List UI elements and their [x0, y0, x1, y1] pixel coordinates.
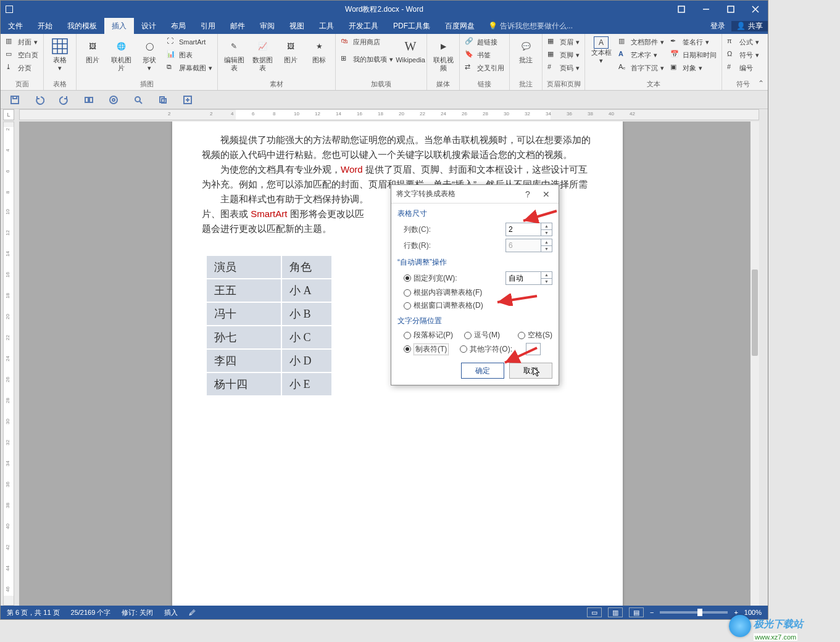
share-button[interactable]: 👤 共享	[731, 21, 768, 31]
login-button[interactable]: 登录	[704, 21, 731, 31]
symbol-button[interactable]: Ω符号 ▾	[726, 49, 760, 60]
table-cell[interactable]: 李四	[207, 350, 281, 372]
tab-layout[interactable]: 布局	[164, 18, 193, 34]
zoom-slider[interactable]	[660, 611, 728, 614]
qat-icon-4[interactable]	[157, 94, 168, 105]
radio-fit-window[interactable]: 根据窗口调整表格(D)	[404, 300, 483, 311]
table-cell[interactable]: 角色	[282, 256, 331, 278]
footer-button[interactable]: ▦页脚 ▾	[546, 49, 581, 60]
equation-button[interactable]: π公式 ▾	[726, 36, 760, 47]
quick-parts-button[interactable]: ▥文档部件 ▾	[617, 36, 665, 47]
tab-mytemplate[interactable]: 我的模板	[60, 18, 104, 34]
date-time-button[interactable]: 📅日期和时间	[669, 49, 718, 60]
redo-icon[interactable]	[59, 94, 70, 105]
icons-button[interactable]: ★图标	[307, 36, 331, 64]
table-cell[interactable]: 冯十	[207, 303, 281, 325]
tell-me-search[interactable]: 💡 告诉我您想要做什么...	[482, 18, 579, 34]
qat-icon-5[interactable]	[182, 94, 193, 105]
paragraph-1[interactable]: 视频提供了功能强大的方法帮助您证明您的观点。当您单击联机视频时，可以在想要添加的…	[202, 133, 593, 162]
columns-up[interactable]: ▲	[541, 223, 552, 230]
view-printlayout-icon[interactable]: ▥	[608, 607, 623, 617]
tab-home[interactable]: 开始	[30, 18, 60, 34]
comment-button[interactable]: 💬批注	[514, 36, 538, 64]
drop-cap-button[interactable]: Aₑ首字下沉 ▾	[617, 62, 665, 73]
dialog-help-button[interactable]: ?	[520, 188, 535, 200]
header-button[interactable]: ▦页眉 ▾	[546, 36, 581, 47]
online-pictures-button[interactable]: 🌐联机图片	[109, 36, 133, 72]
table-button[interactable]: 表格▾	[48, 36, 72, 72]
tab-insert[interactable]: 插入	[104, 18, 134, 34]
blank-page-button[interactable]: ▭空白页	[4, 49, 40, 60]
fixed-width-input[interactable]	[506, 272, 541, 284]
qat-icon-2[interactable]	[108, 94, 119, 105]
radio-sep-other[interactable]: 其他字符(O):	[460, 343, 512, 355]
horizontal-ruler[interactable]: 224681012141618202224262830323436384042	[19, 109, 759, 120]
fixed-width-spinner[interactable]: ▲▼	[505, 271, 552, 285]
number-button[interactable]: #编号	[726, 62, 760, 73]
page-break-button[interactable]: ⤓分页	[4, 62, 40, 73]
chart-button[interactable]: 📊图表	[165, 49, 214, 60]
status-mode[interactable]: 插入	[164, 608, 178, 617]
cover-page-button[interactable]: ▥封面 ▾	[4, 36, 40, 47]
store-button[interactable]: 🛍应用商店	[339, 36, 394, 47]
dialog-titlebar[interactable]: 将文字转换成表格 ? ✕	[391, 185, 559, 204]
zoom-minus[interactable]: −	[650, 609, 654, 616]
radio-sep-comma[interactable]: 逗号(M)	[464, 330, 500, 340]
qat-icon-3[interactable]	[133, 94, 144, 105]
save-icon[interactable]	[9, 94, 20, 105]
hyperlink-button[interactable]: 🔗超链接	[464, 36, 505, 47]
online-video-button[interactable]: ▶联机视频	[431, 36, 455, 72]
data-chart-button[interactable]: 📈数据图表	[250, 36, 275, 72]
collapse-ribbon-icon[interactable]: ⌃	[758, 79, 764, 88]
my-addins-button[interactable]: ⊞我的加载项 ▾	[339, 54, 394, 65]
scrollbar-thumb[interactable]	[752, 270, 758, 356]
radio-fit-content[interactable]: 根据内容调整表格(F)	[404, 287, 482, 298]
radio-sep-tab[interactable]: 制表符(T)	[404, 343, 449, 355]
dialog-close-button[interactable]: ✕	[539, 188, 554, 200]
table-cell[interactable]: 杨十四	[207, 373, 281, 395]
tab-mailings[interactable]: 邮件	[223, 18, 252, 34]
object-button[interactable]: ▣对象 ▾	[669, 62, 718, 73]
radio-fixed-width[interactable]: 固定列宽(W):	[404, 273, 457, 284]
zoom-plus[interactable]: +	[734, 609, 738, 616]
text-box-button[interactable]: A文本框▾	[589, 36, 613, 65]
table-cell[interactable]: 小 C	[282, 326, 331, 348]
view-readmode-icon[interactable]: ▭	[587, 607, 602, 617]
tab-baidu[interactable]: 百度网盘	[438, 18, 482, 34]
shapes-button[interactable]: ◯形状▾	[137, 36, 162, 72]
table-cell[interactable]: 小 E	[282, 373, 331, 395]
cross-ref-button[interactable]: ⇄交叉引用	[464, 62, 505, 73]
table-cell[interactable]: 演员	[207, 256, 281, 278]
tab-tools[interactable]: 工具	[312, 18, 341, 34]
tab-developer[interactable]: 开发工具	[341, 18, 386, 34]
vertical-ruler[interactable]: 2468101214161820222426283032343638404244…	[3, 121, 14, 606]
page-number-button[interactable]: #页码 ▾	[546, 62, 581, 73]
view-weblayout-icon[interactable]: ▤	[629, 607, 644, 617]
status-extra-icon[interactable]: 🖉	[189, 609, 196, 616]
table-cell[interactable]: 小 D	[282, 350, 331, 372]
tab-view[interactable]: 视图	[282, 18, 312, 34]
tab-design[interactable]: 设计	[134, 18, 164, 34]
radio-sep-space[interactable]: 空格(S)	[518, 330, 552, 340]
undo-icon[interactable]	[34, 94, 45, 105]
maximize-button[interactable]	[718, 1, 743, 18]
edit-chart-button[interactable]: ✎编辑图表	[222, 36, 246, 72]
vertical-scrollbar[interactable]	[751, 121, 759, 606]
sep-other-input[interactable]	[526, 343, 541, 355]
status-words[interactable]: 25/2169 个字	[71, 608, 111, 617]
tab-pdf[interactable]: PDF工具集	[386, 18, 438, 34]
table-cell[interactable]: 孙七	[207, 326, 281, 348]
table-cell[interactable]: 小 A	[282, 279, 331, 302]
screenshot-button[interactable]: ⧉屏幕截图 ▾	[165, 62, 214, 73]
tab-review[interactable]: 审阅	[252, 18, 282, 34]
table-cell[interactable]: 王五	[207, 279, 281, 302]
columns-input[interactable]	[506, 223, 541, 236]
ok-button[interactable]: 确定	[461, 363, 504, 379]
columns-down[interactable]: ▼	[541, 230, 552, 236]
minimize-button[interactable]	[694, 1, 718, 18]
tab-file[interactable]: 文件	[1, 18, 30, 34]
cancel-button[interactable]: 取消	[509, 363, 552, 379]
tab-references[interactable]: 引用	[193, 18, 223, 34]
smartart-button[interactable]: ⛶SmartArt	[165, 36, 214, 47]
wikipedia-button[interactable]: WWikipedia	[398, 36, 423, 64]
